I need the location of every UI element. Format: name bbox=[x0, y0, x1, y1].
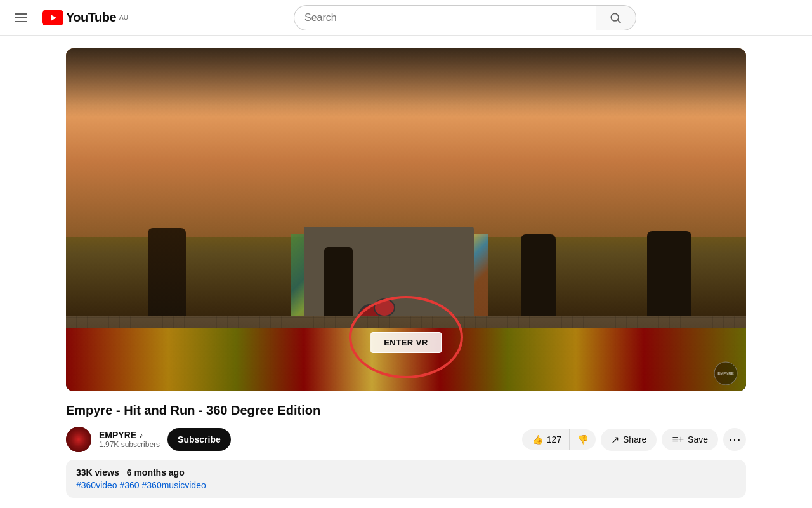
channel-left: EMPYRE ♪ 1.97K subscribers Subscribe bbox=[66, 427, 231, 452]
like-button[interactable]: 👍 127 bbox=[522, 429, 570, 450]
country-badge: AU bbox=[119, 14, 128, 21]
svg-line-3 bbox=[618, 20, 621, 23]
like-icon: 👍 bbox=[532, 434, 543, 444]
stats-row: 33K views 6 months ago #360video #360 #3… bbox=[66, 460, 746, 498]
dislike-icon: 👎 bbox=[577, 434, 588, 444]
youtube-logo-link[interactable]: YouTubeAU bbox=[42, 10, 128, 25]
search-form bbox=[294, 5, 636, 30]
main-content: ENTER VR EMPYRE Empyre - Hit and Run - 3… bbox=[51, 36, 761, 508]
share-button[interactable]: ↗ Share bbox=[601, 429, 657, 451]
action-buttons: 👍 127 👎 ↗ Share ≡+ Save ⋯ bbox=[522, 428, 746, 451]
video-scene: ENTER VR EMPYRE bbox=[66, 48, 746, 391]
share-label: Share bbox=[623, 434, 646, 444]
channel-name: EMPYRE ♪ bbox=[99, 430, 160, 440]
video-title-row: Empyre - Hit and Run - 360 Degree Editio… bbox=[66, 401, 746, 419]
svg-point-2 bbox=[612, 13, 619, 21]
musician-4 bbox=[647, 231, 691, 330]
channel-row: EMPYRE ♪ 1.97K subscribers Subscribe 👍 1… bbox=[66, 427, 746, 452]
empyre-logo: EMPYRE bbox=[713, 361, 738, 386]
upload-time: 6 months ago bbox=[127, 467, 185, 478]
hamburger-menu-icon[interactable] bbox=[10, 8, 32, 27]
youtube-wordmark: YouTube bbox=[66, 10, 116, 25]
video-title: Empyre - Hit and Run - 360 Degree Editio… bbox=[66, 401, 746, 419]
youtube-icon bbox=[42, 10, 63, 25]
like-count: 127 bbox=[547, 434, 561, 444]
share-icon: ↗ bbox=[611, 434, 619, 446]
search-icon bbox=[609, 11, 622, 24]
header: YouTubeAU bbox=[0, 0, 812, 36]
subscribe-button[interactable]: Subscribe bbox=[167, 428, 231, 451]
save-label: Save bbox=[688, 434, 708, 444]
music-note-icon: ♪ bbox=[139, 431, 143, 439]
header-left: YouTubeAU bbox=[10, 8, 128, 27]
dislike-button[interactable]: 👎 bbox=[570, 429, 596, 450]
channel-info: EMPYRE ♪ 1.97K subscribers bbox=[99, 430, 160, 449]
channel-name-text: EMPYRE bbox=[99, 430, 136, 440]
avatar-image bbox=[66, 427, 91, 452]
more-options-button[interactable]: ⋯ bbox=[723, 428, 746, 451]
musician-1 bbox=[148, 228, 186, 330]
view-count: 33K views bbox=[76, 467, 119, 478]
search-input[interactable] bbox=[294, 5, 596, 30]
video-tags[interactable]: #360video #360 #360musicvideo bbox=[76, 480, 206, 490]
stats-line: 33K views 6 months ago bbox=[76, 467, 736, 478]
svg-text:EMPYRE: EMPYRE bbox=[717, 371, 733, 375]
search-button[interactable] bbox=[596, 5, 636, 30]
header-center bbox=[128, 5, 802, 30]
channel-avatar[interactable] bbox=[66, 427, 91, 452]
save-button[interactable]: ≡+ Save bbox=[662, 429, 718, 450]
subscriber-count: 1.97K subscribers bbox=[99, 440, 160, 449]
save-icon: ≡+ bbox=[672, 434, 684, 445]
more-icon: ⋯ bbox=[728, 432, 741, 447]
enter-vr-button[interactable]: ENTER VR bbox=[370, 332, 442, 353]
ceiling-area bbox=[66, 48, 746, 117]
like-dislike-group: 👍 127 👎 bbox=[522, 429, 596, 450]
video-thumbnail: ENTER VR EMPYRE bbox=[66, 48, 746, 391]
video-player[interactable]: ENTER VR EMPYRE bbox=[66, 48, 746, 391]
